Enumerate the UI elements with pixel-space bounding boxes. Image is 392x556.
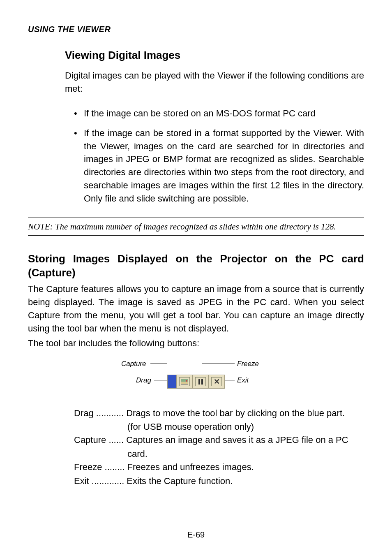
label-capture: Capture — [121, 360, 146, 368]
def-desc-cont: (for USB mouse operation only) — [127, 420, 364, 433]
def-freeze: Freeze ........ Freezes and unfreezes im… — [74, 461, 364, 474]
def-label: Freeze ........ — [74, 461, 127, 474]
def-label: Exit ............. — [74, 475, 127, 488]
pause-icon — [198, 379, 203, 385]
def-label: Drag ........... — [74, 407, 126, 420]
heading-viewing-digital-images: Viewing Digital Images — [65, 49, 364, 62]
close-icon: ✕ — [214, 378, 220, 385]
def-desc: Exits the Capture function. — [127, 475, 364, 488]
def-desc: Captures an image and saves it as a JPEG… — [126, 433, 364, 447]
intro-paragraph: Digital images can be played with the Vi… — [65, 69, 364, 95]
section-header: USING THE VIEWER — [28, 25, 364, 34]
def-desc: Freezes and unfreezes images. — [127, 461, 364, 474]
def-capture: Capture ...... Captures an image and sav… — [74, 433, 364, 447]
def-exit: Exit ............. Exits the Capture fun… — [74, 475, 364, 488]
label-drag: Drag — [136, 376, 151, 385]
definition-list: Drag ........... Drags to move the tool … — [74, 407, 364, 488]
def-label: Capture ...... — [74, 433, 126, 447]
capture-button[interactable] — [177, 375, 193, 388]
toolbar-diagram: Capture Drag Freeze Exit ✕ — [114, 358, 278, 395]
leader-line — [150, 364, 167, 364]
label-freeze: Freeze — [237, 360, 259, 368]
label-exit: Exit — [237, 376, 249, 385]
leader-line — [202, 364, 235, 364]
note-box: NOTE: The maximum number of images recog… — [28, 218, 364, 236]
def-desc: Drags to move the tool bar by clicking o… — [126, 407, 364, 420]
heading-storing-images: Storing Images Displayed on the Projecto… — [28, 252, 364, 280]
leader-line — [225, 380, 235, 380]
leader-line — [167, 364, 167, 375]
capture-paragraph: The Capture features allows you to captu… — [28, 283, 364, 335]
leader-line — [202, 364, 202, 375]
capture-toolbar: ✕ — [167, 375, 225, 389]
freeze-button[interactable] — [193, 375, 209, 388]
toolbar-intro: The tool bar includes the following butt… — [28, 337, 364, 350]
conditions-list: If the image can be stored on an MS-DOS … — [74, 107, 364, 205]
capture-icon — [181, 379, 188, 385]
def-desc-cont: card. — [127, 447, 364, 461]
leader-line — [154, 380, 167, 380]
exit-button[interactable]: ✕ — [209, 375, 224, 388]
list-item: If the image can be stored on an MS-DOS … — [74, 107, 364, 120]
list-item: If the image can be stored in a format s… — [74, 127, 364, 205]
drag-handle[interactable] — [168, 375, 177, 388]
def-drag: Drag ........... Drags to move the tool … — [74, 407, 364, 420]
page-number: E-69 — [0, 530, 392, 540]
